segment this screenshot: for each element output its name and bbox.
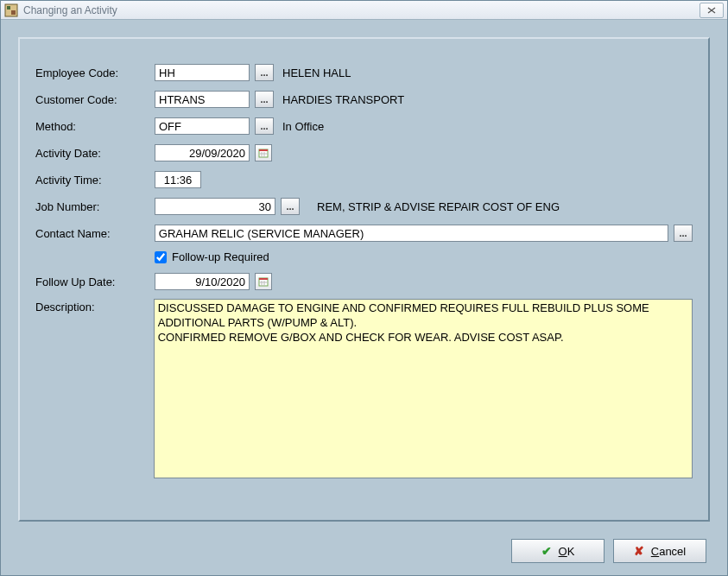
contact-name-input[interactable] xyxy=(155,225,668,242)
method-name-display: In Office xyxy=(282,120,324,133)
svg-rect-9 xyxy=(259,278,268,280)
customer-code-input[interactable] xyxy=(155,91,250,108)
contact-lookup-button[interactable]: ... xyxy=(674,225,693,242)
app-icon xyxy=(4,3,18,17)
label-follow-up-date: Follow Up Date: xyxy=(35,275,155,288)
close-icon xyxy=(707,7,716,14)
label-description: Description: xyxy=(35,299,154,313)
dialog-window: Changing an Activity Employee Code: ... … xyxy=(0,0,728,576)
titlebar: Changing an Activity xyxy=(1,1,727,20)
job-lookup-button[interactable]: ... xyxy=(281,198,300,215)
job-number-input[interactable] xyxy=(155,198,275,215)
svg-rect-2 xyxy=(11,10,16,15)
button-bar: ✔ OK ✘ Cancel xyxy=(511,539,706,563)
label-activity-time: Activity Time: xyxy=(35,174,155,187)
window-title: Changing an Activity xyxy=(23,4,700,16)
label-customer-code: Customer Code: xyxy=(35,93,155,106)
svg-rect-4 xyxy=(259,149,268,151)
customer-name-display: HARDIES TRANSPORT xyxy=(282,93,404,106)
activity-time-input[interactable] xyxy=(155,171,201,188)
label-method: Method: xyxy=(35,120,155,133)
job-description-display: REM, STRIP & ADVISE REPAIR COST OF ENG xyxy=(317,200,560,213)
calendar-icon xyxy=(258,148,269,158)
cancel-button[interactable]: ✘ Cancel xyxy=(613,539,706,563)
follow-up-date-calendar-button[interactable] xyxy=(255,273,272,290)
label-contact-name: Contact Name: xyxy=(35,227,155,240)
customer-lookup-button[interactable]: ... xyxy=(255,91,274,108)
label-job-number: Job Number: xyxy=(35,200,155,213)
close-button[interactable] xyxy=(700,3,724,18)
svg-rect-1 xyxy=(7,6,10,9)
follow-up-date-input[interactable] xyxy=(155,273,250,290)
activity-date-input[interactable] xyxy=(155,144,250,161)
employee-name-display: HELEN HALL xyxy=(282,66,351,79)
description-textarea[interactable] xyxy=(154,299,693,478)
follow-up-required-checkbox[interactable] xyxy=(155,251,167,263)
calendar-icon xyxy=(258,276,269,287)
x-icon: ✘ xyxy=(634,544,644,558)
form-panel: Employee Code: ... HELEN HALL Customer C… xyxy=(18,37,710,522)
label-activity-date: Activity Date: xyxy=(35,147,155,160)
ok-button[interactable]: ✔ OK xyxy=(511,539,605,563)
activity-date-calendar-button[interactable] xyxy=(255,144,272,161)
employee-lookup-button[interactable]: ... xyxy=(255,64,274,81)
method-lookup-button[interactable]: ... xyxy=(255,117,274,135)
employee-code-input[interactable] xyxy=(155,64,250,81)
check-icon: ✔ xyxy=(541,544,552,558)
label-employee-code: Employee Code: xyxy=(35,66,155,79)
label-follow-up-required: Follow-up Required xyxy=(172,250,269,263)
method-code-input[interactable] xyxy=(155,117,250,135)
